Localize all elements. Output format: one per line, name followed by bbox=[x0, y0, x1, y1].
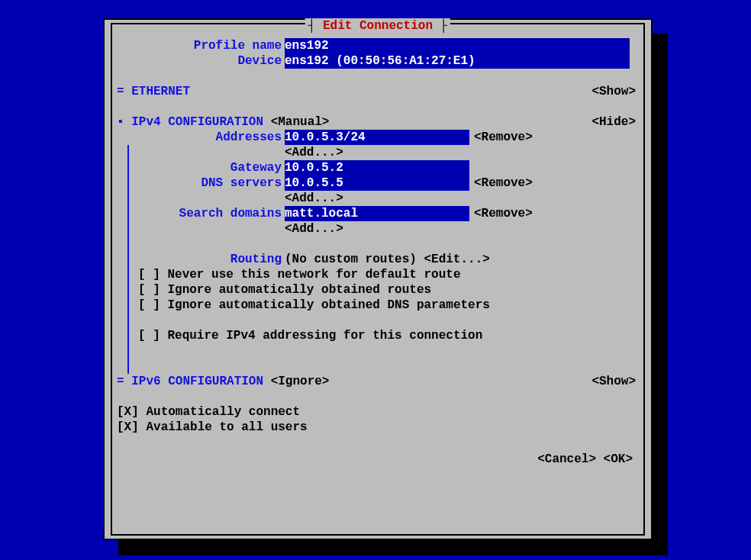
never-default-checkbox[interactable]: [ ] bbox=[138, 267, 160, 282]
gateway-label: Gateway bbox=[117, 160, 285, 175]
search-add-button[interactable]: <Add...> bbox=[285, 221, 343, 237]
ipv4-mode-select[interactable]: <Manual> bbox=[271, 115, 330, 129]
routing-info: (No custom routes) bbox=[285, 252, 417, 267]
dns-0-input[interactable]: 10.0.5.5 bbox=[285, 175, 469, 191]
dns-0-remove-button[interactable]: <Remove> bbox=[469, 175, 533, 191]
ipv4-hide-button[interactable]: <Hide> bbox=[591, 114, 636, 130]
address-0-input[interactable]: 10.0.5.3/24 bbox=[285, 130, 469, 145]
routing-label: Routing bbox=[117, 252, 285, 267]
require-ipv4-label: Require IPv4 addressing for this connect… bbox=[167, 328, 482, 343]
address-0-remove-button[interactable]: <Remove> bbox=[469, 130, 533, 145]
ignore-routes-label: Ignore automatically obtained routes bbox=[167, 282, 431, 298]
ignore-dns-label: Ignore automatically obtained DNS parame… bbox=[167, 298, 489, 313]
search-0-input[interactable]: matt.local bbox=[285, 206, 469, 221]
search-domains-label: Search domains bbox=[117, 206, 285, 221]
require-ipv4-checkbox[interactable]: [ ] bbox=[138, 328, 160, 343]
ipv6-show-button[interactable]: <Show> bbox=[591, 374, 636, 389]
dialog-border: Edit Connection Profile name ens192 Devi… bbox=[111, 23, 645, 536]
profile-name-label: Profile name bbox=[117, 38, 285, 53]
search-0-remove-button[interactable]: <Remove> bbox=[469, 206, 533, 221]
never-default-label: Never use this network for default route bbox=[167, 267, 460, 282]
desktop-background: Edit Connection Profile name ens192 Devi… bbox=[0, 0, 751, 560]
ipv6-mode-select[interactable]: <Ignore> bbox=[271, 375, 330, 388]
edit-connection-dialog: Edit Connection Profile name ens192 Devi… bbox=[103, 18, 653, 540]
auto-connect-checkbox[interactable]: [X] bbox=[117, 404, 139, 420]
avail-all-label: Available to all users bbox=[146, 420, 307, 435]
cancel-button[interactable]: <Cancel> bbox=[537, 452, 596, 466]
ipv4-tree-bar bbox=[127, 145, 129, 267]
ethernet-section-label: = ETHERNET bbox=[117, 84, 190, 99]
auto-connect-label: Automatically connect bbox=[146, 404, 300, 420]
dialog-content: Profile name ens192 Device ens192 (00:50… bbox=[117, 38, 639, 529]
dialog-title: Edit Connection bbox=[305, 18, 450, 34]
dns-servers-label: DNS servers bbox=[117, 175, 285, 191]
ipv6-section-label: = IPv6 CONFIGURATION bbox=[117, 375, 263, 388]
ipv4-tree-bar-2 bbox=[127, 267, 129, 374]
addresses-label: Addresses bbox=[117, 130, 285, 145]
ok-button[interactable]: <OK> bbox=[604, 452, 633, 466]
ignore-dns-checkbox[interactable]: [ ] bbox=[138, 298, 160, 313]
ethernet-show-button[interactable]: <Show> bbox=[591, 84, 636, 99]
profile-name-input[interactable]: ens192 bbox=[285, 38, 630, 53]
avail-all-checkbox[interactable]: [X] bbox=[117, 420, 139, 435]
ignore-routes-checkbox[interactable]: [ ] bbox=[138, 282, 160, 298]
ipv4-bullet-icon: ▪ bbox=[117, 115, 124, 129]
gateway-input[interactable]: 10.0.5.2 bbox=[285, 160, 469, 175]
routing-edit-button[interactable]: <Edit...> bbox=[424, 252, 489, 267]
address-add-button[interactable]: <Add...> bbox=[285, 145, 343, 160]
device-label: Device bbox=[117, 53, 285, 69]
ipv4-section-label: IPv4 CONFIGURATION bbox=[131, 115, 263, 129]
device-input[interactable]: ens192 (00:50:56:A1:27:E1) bbox=[285, 53, 630, 69]
dns-add-button[interactable]: <Add...> bbox=[285, 191, 343, 206]
